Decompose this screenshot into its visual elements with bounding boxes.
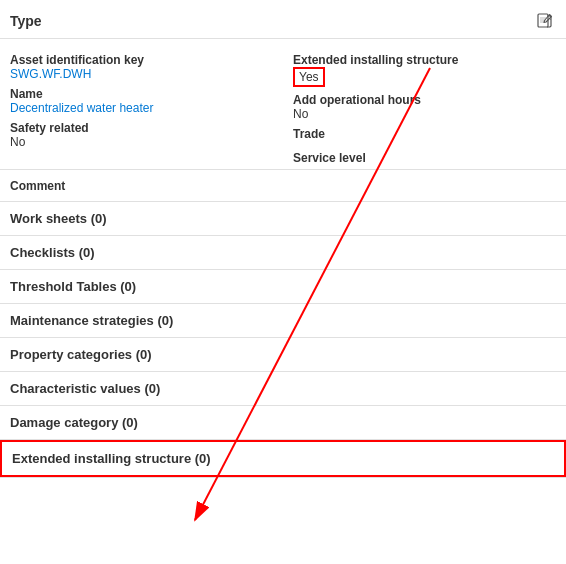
list-item-extended[interactable]: Extended installing structure (0) <box>0 440 566 477</box>
comment-label: Comment <box>10 179 65 193</box>
list-item-characteristic[interactable]: Characteristic values (0) <box>0 372 566 406</box>
details-left: Asset identification key SWG.WF.DWH Name… <box>10 47 293 165</box>
details-section: Asset identification key SWG.WF.DWH Name… <box>0 39 566 170</box>
list-item-checklists[interactable]: Checklists (0) <box>0 236 566 270</box>
service-level-label: Service level <box>293 151 556 165</box>
list-item-damage[interactable]: Damage category (0) <box>0 406 566 440</box>
details-right: Extended installing structure Yes Add op… <box>293 47 556 165</box>
asset-id-value[interactable]: SWG.WF.DWH <box>10 67 273 81</box>
safety-value: No <box>10 135 273 149</box>
name-value[interactable]: Decentralized water heater <box>10 101 273 115</box>
list-item-threshold[interactable]: Threshold Tables (0) <box>0 270 566 304</box>
safety-label: Safety related <box>10 121 273 135</box>
page-container: Type Asset identification key SWG.WF.DWH… <box>0 0 566 564</box>
svg-rect-0 <box>538 14 548 27</box>
name-label: Name <box>10 87 273 101</box>
ext-install-label: Extended installing structure <box>293 53 556 67</box>
type-title: Type <box>10 13 42 29</box>
list-item-maintenance[interactable]: Maintenance strategies (0) <box>0 304 566 338</box>
asset-id-label: Asset identification key <box>10 53 273 67</box>
list-item-worksheets[interactable]: Work sheets (0) <box>0 202 566 236</box>
trade-label: Trade <box>293 127 556 141</box>
list-section: Work sheets (0) Checklists (0) Threshold… <box>0 202 566 478</box>
op-hours-label: Add operational hours <box>293 93 556 107</box>
list-item-property[interactable]: Property categories (0) <box>0 338 566 372</box>
ext-install-value: Yes <box>293 67 325 87</box>
op-hours-value: No <box>293 107 556 121</box>
comment-section: Comment <box>0 170 566 202</box>
type-header: Type <box>0 0 566 39</box>
edit-icon[interactable] <box>534 10 556 32</box>
